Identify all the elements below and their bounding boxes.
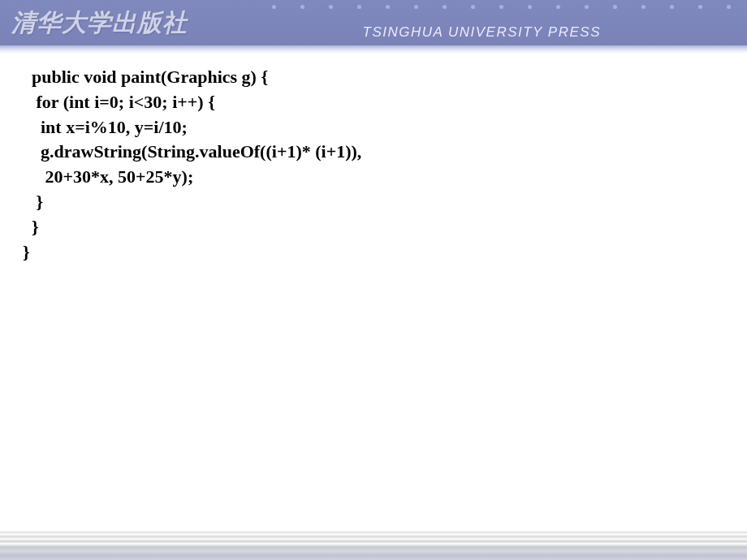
code-line: int x=i%10, y=i/10;: [23, 115, 737, 140]
slide-header: 清华大学出版社 TSINGHUA UNIVERSITY PRESS: [0, 0, 747, 45]
code-line: g.drawString(String.valueOf((i+1)* (i+1)…: [23, 140, 737, 165]
code-line: }: [23, 215, 737, 240]
slide-content: public void paint(Graphics g) { for (int…: [0, 54, 747, 265]
slide-footer: [0, 531, 747, 560]
code-line: public void paint(Graphics g) {: [23, 65, 737, 90]
code-line: 20+30*x, 50+25*y);: [23, 165, 737, 190]
decorative-dots: [272, 5, 731, 9]
header-divider: [0, 45, 747, 54]
code-line: }: [23, 190, 737, 215]
code-line: for (int i=0; i<30; i++) {: [23, 90, 737, 115]
publisher-logo-cn: 清华大学出版社: [0, 6, 188, 40]
code-line: }: [23, 240, 737, 265]
publisher-logo-en: TSINGHUA UNIVERSITY PRESS: [363, 24, 602, 41]
